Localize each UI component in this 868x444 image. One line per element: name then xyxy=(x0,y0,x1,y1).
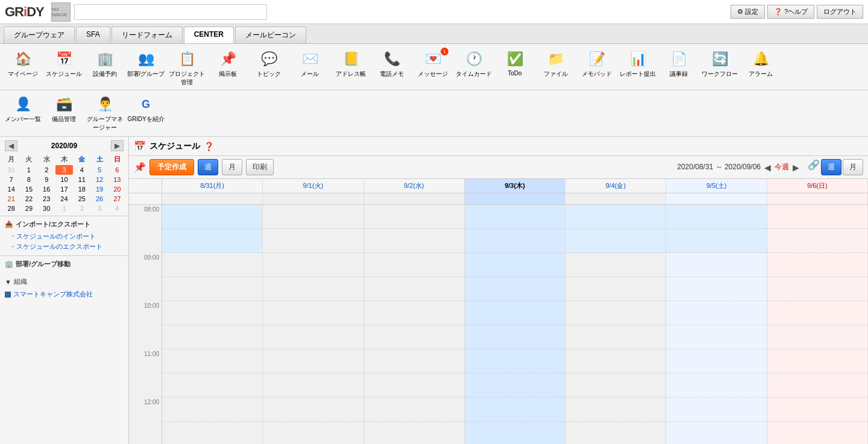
help-button[interactable]: ❓ ?ヘルプ xyxy=(767,5,814,19)
cal-day[interactable]: 7 xyxy=(2,175,20,184)
cal-day[interactable]: 8 xyxy=(20,175,37,184)
cell-mon-1100[interactable] xyxy=(162,349,262,374)
icon-alarm[interactable]: 🔔 アラーム xyxy=(740,46,781,89)
help-question-icon[interactable]: ❓ xyxy=(204,142,214,151)
cal-day[interactable]: 2 xyxy=(38,165,55,175)
cal-day[interactable]: 2 xyxy=(73,204,90,213)
cal-day[interactable]: 21 xyxy=(2,194,20,204)
cal-day[interactable]: 31 xyxy=(2,165,20,175)
cal-day[interactable]: 13 xyxy=(108,175,126,184)
cell-mon-1230[interactable] xyxy=(162,422,262,444)
day-header-mon[interactable]: 8/31(月) xyxy=(162,179,263,193)
cal-day[interactable]: 12 xyxy=(90,175,108,184)
cal-day[interactable]: 25 xyxy=(73,194,90,204)
cal-day[interactable]: 18 xyxy=(73,184,90,194)
cell-mon-1000[interactable] xyxy=(162,301,262,325)
day-col-sun[interactable] xyxy=(767,205,868,444)
logout-button[interactable]: ログアウト xyxy=(817,5,863,19)
cal-day[interactable]: 17 xyxy=(55,184,73,194)
icon-address[interactable]: 📒 アドレス帳 xyxy=(330,46,371,89)
cell-mon-1030[interactable] xyxy=(162,325,262,349)
schedule-import-link[interactable]: ・スケジュールのインポート xyxy=(5,231,124,242)
icon-memo[interactable]: 📝 メモパッド xyxy=(576,46,617,89)
cell-mon-1130[interactable] xyxy=(162,374,262,398)
next-week-button[interactable]: ▶ xyxy=(793,163,799,172)
icon-workflow[interactable]: 🔄 ワークフロー xyxy=(699,46,740,89)
cal-day[interactable]: 1 xyxy=(55,204,73,213)
icon-phone-memo[interactable]: 📞 電話メモ xyxy=(371,46,412,89)
cal-day[interactable]: 4 xyxy=(108,204,126,213)
day-col-wed[interactable] xyxy=(364,205,465,444)
cal-day[interactable]: 15 xyxy=(20,184,37,194)
today-link[interactable]: 今週 xyxy=(775,162,789,172)
month-toggle-button[interactable]: 月 xyxy=(843,159,863,175)
allday-mon[interactable] xyxy=(162,193,263,204)
day-col-tue[interactable] xyxy=(263,205,363,444)
icon-minutes[interactable]: 📄 議事録 xyxy=(658,46,699,89)
cal-day[interactable]: 22 xyxy=(20,194,37,204)
schedule-export-link[interactable]: ・スケジュールのエクスポート xyxy=(5,242,124,252)
icon-mypage[interactable]: 🏠 マイページ xyxy=(2,46,43,89)
cal-day[interactable]: 24 xyxy=(55,194,73,204)
icon-facility[interactable]: 🏢 設備予約 xyxy=(84,46,125,89)
org-item[interactable]: スマートキャンプ株式会社 xyxy=(5,289,124,300)
cal-day[interactable]: 16 xyxy=(38,184,55,194)
allday-sun[interactable] xyxy=(767,193,868,204)
allday-wed[interactable] xyxy=(364,193,465,204)
cal-day[interactable]: 14 xyxy=(2,184,20,194)
icon-bulletin[interactable]: 📌 掲示板 xyxy=(207,46,248,89)
cal-day[interactable]: 6 xyxy=(108,165,126,175)
icon-mail[interactable]: ✉️ メール xyxy=(289,46,330,89)
prev-month-button[interactable]: ◀ xyxy=(5,140,17,151)
day-col-fri[interactable] xyxy=(565,205,666,444)
icon-timecard[interactable]: 🕐 タイムカード xyxy=(453,46,494,89)
icon-file[interactable]: 📁 ファイル xyxy=(535,46,576,89)
cal-day[interactable]: 30 xyxy=(38,204,55,213)
day-header-wed[interactable]: 9/2(水) xyxy=(364,179,465,193)
day-header-sun[interactable]: 9/6(日) xyxy=(767,179,868,193)
cal-day[interactable]: 4 xyxy=(73,165,90,175)
icon-report[interactable]: 📊 レポート提出 xyxy=(617,46,658,89)
allday-sat[interactable] xyxy=(666,193,767,204)
cal-day[interactable]: 5 xyxy=(90,165,108,175)
cal-day[interactable]: 11 xyxy=(73,175,90,184)
tab-lead-form[interactable]: リードフォーム xyxy=(112,27,183,43)
icon-message[interactable]: 💌1 メッセージ xyxy=(412,46,453,89)
cal-day[interactable]: 23 xyxy=(38,194,55,204)
icon-equipment[interactable]: 🗃️ 備品管理 xyxy=(43,92,84,134)
settings-button[interactable]: ⚙ 設定 xyxy=(731,5,765,19)
cell-mon-0830[interactable] xyxy=(162,229,262,253)
print-button[interactable]: 印刷 xyxy=(246,159,274,175)
icon-project[interactable]: 📋 プロジェクト管理 xyxy=(166,46,207,89)
day-col-sat[interactable] xyxy=(666,205,767,444)
allday-tue[interactable] xyxy=(263,193,363,204)
day-header-tue[interactable]: 9/1(火) xyxy=(263,179,363,193)
tab-sfa[interactable]: SFA xyxy=(76,27,110,43)
week-view-button[interactable]: 週 xyxy=(198,159,218,175)
cell-mon-1200[interactable] xyxy=(162,398,262,422)
icon-todo[interactable]: ✅ ToDo xyxy=(494,46,535,89)
icon-topic[interactable]: 💬 トピック xyxy=(248,46,289,89)
day-header-fri[interactable]: 9/4(金) xyxy=(565,179,666,193)
day-col-thu[interactable] xyxy=(465,205,565,444)
cal-day[interactable]: 20 xyxy=(108,184,126,194)
cal-day[interactable]: 26 xyxy=(90,194,108,204)
cal-day-today[interactable]: 3 xyxy=(55,165,73,175)
day-col-mon[interactable] xyxy=(162,205,263,444)
tab-mail-beacon[interactable]: メールビーコン xyxy=(235,27,306,43)
cal-day[interactable]: 19 xyxy=(90,184,108,194)
cell-mon-0900[interactable] xyxy=(162,253,262,277)
icon-dept-group[interactable]: 👥 部署/グループ xyxy=(125,46,166,89)
icon-gridy-intro[interactable]: G GRiDYを紹介 xyxy=(125,92,166,134)
icon-group-manager[interactable]: 👨‍💼 グループマネージャー xyxy=(84,92,125,134)
cell-mon-0930[interactable] xyxy=(162,277,262,301)
cal-day[interactable]: 1 xyxy=(20,165,37,175)
next-month-button[interactable]: ▶ xyxy=(111,140,124,151)
cell-mon-0800[interactable] xyxy=(162,205,262,229)
cal-day[interactable]: 29 xyxy=(20,204,37,213)
allday-thu[interactable] xyxy=(465,193,565,204)
weekly-grid[interactable]: 8/31(月) 9/1(火) 9/2(水) 9/3(木) 9/4(金) 9/5(… xyxy=(129,179,868,444)
cal-day[interactable]: 3 xyxy=(90,204,108,213)
cal-day[interactable]: 10 xyxy=(55,175,73,184)
cal-day[interactable]: 9 xyxy=(38,175,55,184)
